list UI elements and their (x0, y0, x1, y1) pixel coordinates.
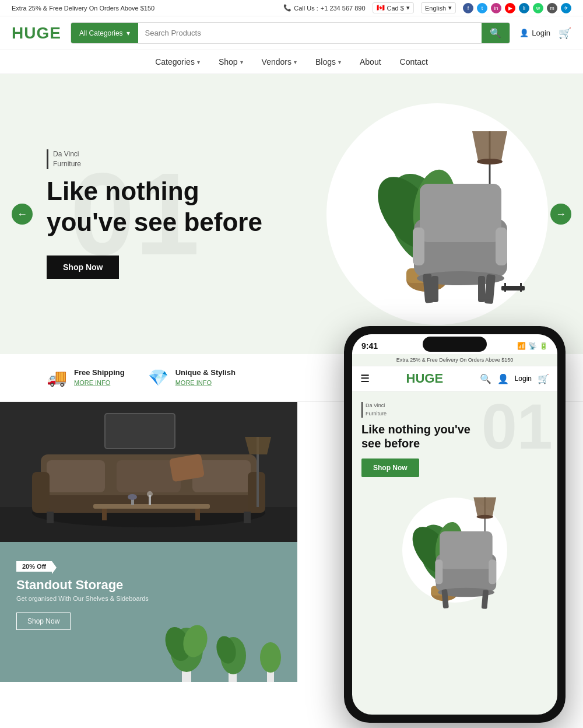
svg-rect-29 (32, 472, 50, 513)
battery-icon: 🔋 (539, 342, 548, 350)
promo-text: Extra 25% & Free Delivery On Orders Abov… (12, 5, 154, 12)
storage-subtitle: Get organised With Our Shelves & Sideboa… (16, 595, 281, 602)
feature-free-shipping: 🚚 Free Shipping MORE INFO (47, 368, 125, 387)
linkedin-icon[interactable]: li (519, 3, 529, 13)
nav-item-blogs[interactable]: Blogs ▾ (315, 57, 341, 66)
shipping-more-info-link[interactable]: MORE INFO (74, 379, 110, 386)
feature-text-shipping: Free Shipping MORE INFO (74, 368, 125, 387)
svg-rect-67 (489, 559, 496, 584)
svg-point-38 (128, 494, 137, 500)
svg-rect-35 (195, 509, 200, 520)
phone-screen: 9:41 📶 📡 🔋 Extra 25% & Free Delivery On … (352, 334, 557, 715)
phone-promo-bar: Extra 25% & Free Delivery On Orders Abov… (352, 354, 557, 366)
user-icon: 👤 (519, 29, 529, 37)
hero-title: Like nothing you've see before (47, 176, 268, 238)
search-icon: 🔍 (490, 28, 501, 38)
signal-icon: 📶 (517, 342, 526, 350)
login-button[interactable]: 👤 Login (519, 29, 550, 37)
social-icons: f t in ▶ li w m ✈ (463, 3, 571, 13)
storage-shop-button[interactable]: Shop Now (16, 612, 71, 630)
nav-item-about[interactable]: About (360, 57, 381, 66)
search-button[interactable]: 🔍 (482, 23, 510, 43)
svg-rect-64 (440, 531, 493, 569)
phone-search-icon[interactable]: 🔍 (480, 373, 491, 384)
svg-rect-13 (496, 228, 507, 265)
top-bar: Extra 25% & Free Delivery On Orders Abov… (0, 0, 583, 16)
sofa-product-card[interactable] (0, 402, 297, 542)
product-left-column: 20% Off Standout Storage Get organised W… (0, 402, 297, 682)
phone-hero-title: Like nothing you've see before (361, 422, 490, 450)
storage-product-card: 20% Off Standout Storage Get organised W… (0, 542, 297, 682)
chevron-down-icon: ▾ (197, 59, 200, 65)
svg-rect-16 (431, 276, 438, 302)
message-icon[interactable]: m (547, 3, 557, 13)
hero-prev-button[interactable]: ← (12, 204, 33, 225)
chevron-down-icon: ▾ (294, 59, 297, 65)
mobile-mockup: 9:41 📶 📡 🔋 Extra 25% & Free Delivery On … (332, 326, 577, 723)
svg-rect-34 (102, 509, 107, 520)
phone-logo[interactable]: HUGE (406, 371, 444, 386)
phone-time: 9:41 (361, 341, 378, 351)
phone-notch (423, 337, 487, 352)
discount-badge: 20% Off (16, 561, 52, 572)
hero-chair-image (350, 114, 536, 314)
storage-content: 20% Off Standout Storage Get organised W… (0, 542, 297, 649)
stylish-icon: 💎 (148, 368, 168, 387)
hero-section: ← 01 Da Vinci Furniture Like nothing you… (0, 74, 583, 354)
hero-next-button[interactable]: → (550, 204, 571, 225)
phone-hero: 01 Da Vinci Furniture Like nothing you'v… (352, 391, 557, 483)
main-nav: Categories ▾ Shop ▾ Vendors ▾ Blogs ▾ Ab… (0, 50, 583, 74)
header: HUGE All Categories ▾ 🔍 👤 Login 🛒 (0, 16, 583, 50)
search-bar: All Categories ▾ 🔍 (71, 22, 510, 44)
whatsapp-icon[interactable]: w (533, 3, 543, 13)
phone-body: 9:41 📶 📡 🔋 Extra 25% & Free Delivery On … (344, 326, 566, 723)
sofa-image (0, 402, 297, 542)
nav-item-contact[interactable]: Contact (400, 57, 428, 66)
svg-marker-55 (473, 497, 496, 516)
category-dropdown-btn[interactable]: All Categories ▾ (71, 23, 138, 43)
svg-rect-12 (413, 228, 424, 265)
phone-user-icon[interactable]: 👤 (497, 373, 509, 384)
svg-marker-1 (472, 131, 507, 160)
chevron-down-icon: ▾ (338, 59, 341, 65)
nav-item-categories[interactable]: Categories ▾ (155, 57, 200, 66)
telegram-icon[interactable]: ✈ (561, 3, 571, 13)
storage-title: Standout Storage (16, 578, 281, 593)
phone-login-label[interactable]: Login (515, 374, 532, 383)
language-selector[interactable]: English ▾ (421, 2, 456, 13)
feature-unique-stylish: 💎 Unique & Stylish MORE INFO (148, 368, 236, 387)
stylish-more-info-link[interactable]: MORE INFO (175, 379, 212, 386)
shipping-icon: 🚚 (47, 368, 67, 387)
svg-rect-10 (420, 184, 501, 242)
nav-item-vendors[interactable]: Vendors ▾ (262, 57, 297, 66)
facebook-icon[interactable]: f (463, 3, 473, 13)
svg-rect-26 (47, 460, 105, 492)
phone-status-icons: 📶 📡 🔋 (517, 342, 548, 350)
svg-rect-36 (93, 504, 210, 509)
chevron-down-icon: ▾ (127, 29, 130, 37)
svg-rect-66 (435, 559, 442, 584)
product-mobile-wrapper: 20% Off Standout Storage Get organised W… (0, 402, 583, 717)
currency-selector[interactable]: 🇨🇦 Cad $ ▾ (373, 2, 414, 13)
nav-item-shop[interactable]: Shop ▾ (219, 57, 243, 66)
svg-rect-20 (520, 283, 522, 292)
hamburger-icon[interactable]: ☰ (360, 372, 370, 385)
phone-cart-icon[interactable]: 🛒 (538, 373, 549, 384)
flag-icon: 🇨🇦 (377, 4, 385, 12)
svg-rect-17 (478, 276, 485, 302)
svg-rect-31 (47, 512, 54, 523)
instagram-icon[interactable]: in (491, 3, 501, 13)
phone-shop-button[interactable]: Shop Now (361, 459, 419, 477)
search-input[interactable] (138, 23, 482, 43)
youtube-icon[interactable]: ▶ (505, 3, 515, 13)
chevron-down-icon: ▾ (240, 59, 243, 65)
hero-shop-button[interactable]: Shop Now (47, 256, 119, 279)
svg-point-56 (477, 515, 493, 519)
header-actions: 👤 Login 🛒 (519, 27, 571, 40)
twitter-icon[interactable]: t (477, 3, 487, 13)
cart-button[interactable]: 🛒 (559, 27, 571, 40)
logo[interactable]: HUGE (12, 24, 61, 43)
svg-point-40 (147, 491, 153, 497)
phone-info: 📞 Call Us : +1 234 567 890 (283, 4, 365, 12)
phone-brand-label: Da Vinci Furniture (361, 402, 548, 418)
